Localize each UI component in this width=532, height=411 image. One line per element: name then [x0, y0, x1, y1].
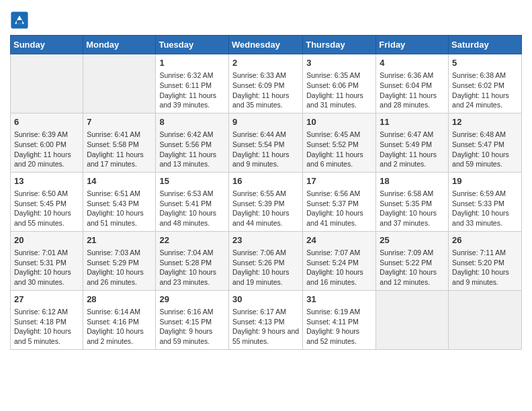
calendar-cell	[376, 290, 449, 349]
calendar-cell: 30Sunrise: 6:17 AM Sunset: 4:13 PM Dayli…	[228, 290, 302, 349]
day-info: Sunrise: 6:33 AM Sunset: 6:09 PM Dayligh…	[232, 71, 299, 110]
calendar-cell: 10Sunrise: 6:45 AM Sunset: 5:52 PM Dayli…	[303, 113, 376, 172]
calendar-cell: 6Sunrise: 6:39 AM Sunset: 6:00 PM Daylig…	[11, 113, 83, 172]
day-number: 10	[306, 116, 372, 128]
calendar-cell: 23Sunrise: 7:06 AM Sunset: 5:26 PM Dayli…	[228, 231, 302, 290]
calendar-cell: 31Sunrise: 6:19 AM Sunset: 4:11 PM Dayli…	[303, 290, 376, 349]
calendar-cell: 11Sunrise: 6:47 AM Sunset: 5:49 PM Dayli…	[376, 113, 449, 172]
day-info: Sunrise: 6:48 AM Sunset: 5:47 PM Dayligh…	[452, 130, 518, 169]
day-info: Sunrise: 6:16 AM Sunset: 4:15 PM Dayligh…	[159, 307, 225, 347]
calendar-table: SundayMondayTuesdayWednesdayThursdayFrid…	[10, 35, 522, 350]
day-number: 29	[159, 293, 225, 306]
day-info: Sunrise: 6:47 AM Sunset: 5:49 PM Dayligh…	[380, 130, 445, 169]
day-number: 31	[306, 293, 372, 306]
calendar-cell: 28Sunrise: 6:14 AM Sunset: 4:16 PM Dayli…	[83, 290, 156, 349]
day-info: Sunrise: 6:53 AM Sunset: 5:41 PM Dayligh…	[159, 189, 225, 228]
day-number: 9	[232, 116, 299, 128]
day-info: Sunrise: 6:39 AM Sunset: 6:00 PM Dayligh…	[14, 130, 79, 169]
day-info: Sunrise: 6:14 AM Sunset: 4:16 PM Dayligh…	[87, 307, 152, 347]
svg-rect-2	[17, 20, 22, 24]
day-number: 3	[306, 57, 372, 69]
calendar-cell: 19Sunrise: 6:59 AM Sunset: 5:33 PM Dayli…	[449, 172, 522, 231]
day-number: 13	[14, 175, 79, 187]
calendar-cell: 18Sunrise: 6:58 AM Sunset: 5:35 PM Dayli…	[376, 172, 449, 231]
day-number: 19	[452, 175, 518, 187]
logo	[10, 11, 32, 30]
day-info: Sunrise: 6:41 AM Sunset: 5:58 PM Dayligh…	[87, 130, 152, 169]
calendar-cell: 9Sunrise: 6:44 AM Sunset: 5:54 PM Daylig…	[228, 113, 302, 172]
day-info: Sunrise: 7:04 AM Sunset: 5:28 PM Dayligh…	[159, 248, 225, 287]
day-number: 17	[306, 175, 372, 187]
calendar-cell: 29Sunrise: 6:16 AM Sunset: 4:15 PM Dayli…	[156, 290, 229, 349]
day-info: Sunrise: 6:17 AM Sunset: 4:13 PM Dayligh…	[232, 307, 299, 347]
col-header-wednesday: Wednesday	[228, 36, 302, 54]
calendar-cell	[11, 54, 83, 113]
calendar-cell: 27Sunrise: 6:12 AM Sunset: 4:18 PM Dayli…	[11, 290, 83, 349]
day-number: 15	[159, 175, 225, 187]
calendar-cell: 15Sunrise: 6:53 AM Sunset: 5:41 PM Dayli…	[156, 172, 229, 231]
day-info: Sunrise: 7:06 AM Sunset: 5:26 PM Dayligh…	[232, 248, 299, 287]
col-header-monday: Monday	[83, 36, 156, 54]
day-info: Sunrise: 7:11 AM Sunset: 5:20 PM Dayligh…	[452, 248, 518, 287]
day-number: 7	[87, 116, 152, 128]
calendar-cell: 4Sunrise: 6:36 AM Sunset: 6:04 PM Daylig…	[376, 54, 449, 113]
day-info: Sunrise: 6:36 AM Sunset: 6:04 PM Dayligh…	[380, 71, 445, 110]
day-number: 18	[380, 175, 445, 187]
day-number: 16	[232, 175, 299, 187]
calendar-cell	[83, 54, 156, 113]
day-number: 1	[159, 57, 225, 69]
day-info: Sunrise: 6:59 AM Sunset: 5:33 PM Dayligh…	[452, 189, 518, 228]
day-info: Sunrise: 6:45 AM Sunset: 5:52 PM Dayligh…	[306, 130, 372, 169]
col-header-sunday: Sunday	[11, 36, 83, 54]
day-info: Sunrise: 6:56 AM Sunset: 5:37 PM Dayligh…	[306, 189, 372, 228]
day-number: 8	[159, 116, 225, 128]
calendar-cell	[449, 290, 522, 349]
day-info: Sunrise: 6:35 AM Sunset: 6:06 PM Dayligh…	[306, 71, 372, 110]
header	[10, 7, 522, 30]
day-number: 2	[232, 57, 299, 69]
day-number: 24	[306, 234, 372, 246]
day-info: Sunrise: 6:55 AM Sunset: 5:39 PM Dayligh…	[232, 189, 299, 228]
logo-icon	[10, 11, 29, 30]
day-info: Sunrise: 6:19 AM Sunset: 4:11 PM Dayligh…	[306, 307, 372, 347]
day-number: 26	[452, 234, 518, 246]
col-header-friday: Friday	[376, 36, 449, 54]
day-info: Sunrise: 7:01 AM Sunset: 5:31 PM Dayligh…	[14, 248, 79, 287]
day-number: 28	[87, 293, 152, 306]
day-number: 12	[452, 116, 518, 128]
day-info: Sunrise: 6:42 AM Sunset: 5:56 PM Dayligh…	[159, 130, 225, 169]
day-info: Sunrise: 7:09 AM Sunset: 5:22 PM Dayligh…	[380, 248, 445, 287]
calendar-cell: 22Sunrise: 7:04 AM Sunset: 5:28 PM Dayli…	[156, 231, 229, 290]
day-number: 27	[14, 293, 79, 306]
day-number: 23	[232, 234, 299, 246]
calendar-cell: 7Sunrise: 6:41 AM Sunset: 5:58 PM Daylig…	[83, 113, 156, 172]
calendar-cell: 16Sunrise: 6:55 AM Sunset: 5:39 PM Dayli…	[228, 172, 302, 231]
day-number: 5	[452, 57, 518, 69]
day-number: 4	[380, 57, 445, 69]
day-number: 21	[87, 234, 152, 246]
calendar-cell: 21Sunrise: 7:03 AM Sunset: 5:29 PM Dayli…	[83, 231, 156, 290]
calendar-cell: 8Sunrise: 6:42 AM Sunset: 5:56 PM Daylig…	[156, 113, 229, 172]
day-info: Sunrise: 6:58 AM Sunset: 5:35 PM Dayligh…	[380, 189, 445, 228]
day-number: 20	[14, 234, 79, 246]
col-header-saturday: Saturday	[449, 36, 522, 54]
col-header-tuesday: Tuesday	[156, 36, 229, 54]
day-info: Sunrise: 6:38 AM Sunset: 6:02 PM Dayligh…	[452, 71, 518, 110]
calendar-cell: 26Sunrise: 7:11 AM Sunset: 5:20 PM Dayli…	[449, 231, 522, 290]
day-info: Sunrise: 7:03 AM Sunset: 5:29 PM Dayligh…	[87, 248, 152, 287]
day-info: Sunrise: 6:12 AM Sunset: 4:18 PM Dayligh…	[14, 307, 79, 347]
day-info: Sunrise: 6:32 AM Sunset: 6:11 PM Dayligh…	[159, 71, 225, 110]
calendar-cell: 12Sunrise: 6:48 AM Sunset: 5:47 PM Dayli…	[449, 113, 522, 172]
calendar-cell: 3Sunrise: 6:35 AM Sunset: 6:06 PM Daylig…	[303, 54, 376, 113]
day-number: 25	[380, 234, 445, 246]
calendar-cell: 5Sunrise: 6:38 AM Sunset: 6:02 PM Daylig…	[449, 54, 522, 113]
day-info: Sunrise: 7:07 AM Sunset: 5:24 PM Dayligh…	[306, 248, 372, 287]
calendar-cell: 24Sunrise: 7:07 AM Sunset: 5:24 PM Dayli…	[303, 231, 376, 290]
calendar-cell: 2Sunrise: 6:33 AM Sunset: 6:09 PM Daylig…	[228, 54, 302, 113]
calendar-cell: 13Sunrise: 6:50 AM Sunset: 5:45 PM Dayli…	[11, 172, 83, 231]
calendar-cell: 25Sunrise: 7:09 AM Sunset: 5:22 PM Dayli…	[376, 231, 449, 290]
day-info: Sunrise: 6:50 AM Sunset: 5:45 PM Dayligh…	[14, 189, 79, 228]
day-number: 30	[232, 293, 299, 306]
day-number: 6	[14, 116, 79, 128]
calendar-cell: 20Sunrise: 7:01 AM Sunset: 5:31 PM Dayli…	[11, 231, 83, 290]
